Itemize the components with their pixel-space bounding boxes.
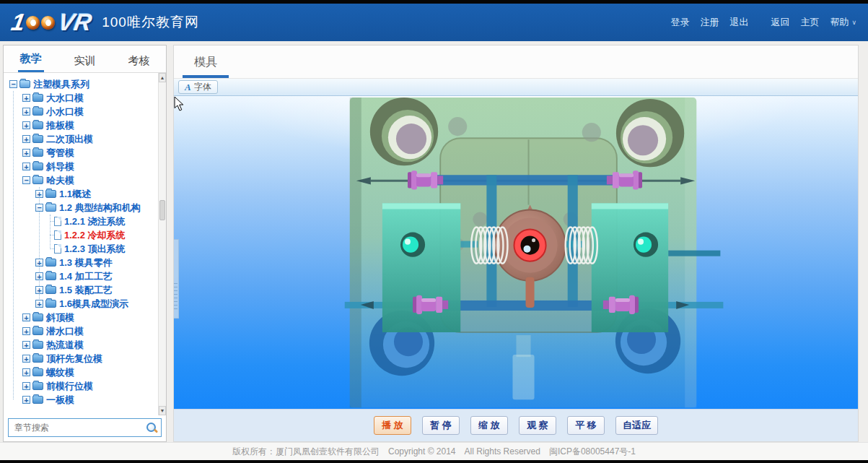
scroll-down-arrow[interactable]: ▼: [159, 406, 166, 415]
pause-button[interactable]: 暂 停: [422, 416, 460, 435]
chapter-tree: 注塑模具系列 大水口模 小水口模 推板模 二次顶出模 弯管模 斜导模 哈夫模 1…: [4, 73, 166, 415]
fit-view-button[interactable]: 自适应: [615, 416, 658, 435]
tree-item[interactable]: 小水口模: [4, 105, 166, 118]
tree-item[interactable]: 一板模: [4, 393, 166, 407]
expand-icon[interactable]: [22, 368, 30, 376]
open-folder-icon: [32, 176, 43, 184]
folder-icon: [32, 108, 43, 116]
expand-icon[interactable]: [35, 190, 43, 198]
collapse-icon[interactable]: [35, 204, 43, 212]
tree-item[interactable]: 斜导模: [4, 160, 166, 173]
tree-item-selected[interactable]: 1.2.2 冷却系统: [4, 228, 166, 242]
play-button[interactable]: 播 放: [374, 416, 411, 435]
nav-login-link[interactable]: 登录: [670, 16, 689, 29]
nav-register-link[interactable]: 注册: [700, 16, 719, 29]
expand-icon[interactable]: [22, 108, 30, 116]
expand-icon[interactable]: [22, 135, 30, 143]
nav-home-link[interactable]: 主页: [800, 16, 819, 29]
site-title: 100唯尔教育网: [102, 13, 199, 32]
tab-training[interactable]: 实训: [58, 46, 112, 72]
folder-icon: [32, 382, 43, 390]
tree-item[interactable]: 1.2.1 浇注系统: [4, 215, 166, 228]
scroll-up-arrow[interactable]: ▲: [159, 73, 166, 82]
folder-icon: [45, 300, 56, 308]
document-icon: [54, 230, 61, 240]
tree-item[interactable]: 推板模: [4, 118, 166, 132]
tree-item[interactable]: 1.2.3 顶出系统: [4, 242, 166, 256]
expand-icon[interactable]: [22, 341, 30, 349]
expand-icon[interactable]: [22, 149, 30, 157]
site-header: 1 VR 100唯尔教育网 登录 注册 退出 返回 主页 帮助∨: [0, 4, 868, 41]
expand-icon[interactable]: [35, 286, 43, 294]
expand-icon[interactable]: [22, 163, 30, 170]
tab-assessment[interactable]: 考核: [112, 46, 166, 72]
chapter-search-input[interactable]: [14, 423, 146, 433]
main-tabbar: 模具: [174, 46, 858, 79]
sidebar-tabbar: 教学 实训 考核: [4, 46, 166, 73]
tree-item[interactable]: 斜顶模: [4, 311, 166, 324]
collapse-icon[interactable]: [22, 176, 30, 184]
viewer-splitter-handle[interactable]: [174, 239, 179, 319]
logo-eye-icon: [41, 16, 55, 30]
expand-icon[interactable]: [22, 355, 30, 363]
folder-icon: [32, 368, 43, 376]
tree-item[interactable]: 顶杆先复位模: [4, 352, 166, 365]
tree-item[interactable]: 弯管模: [4, 146, 166, 160]
tree-item[interactable]: 潜水口模: [4, 324, 166, 338]
scrollbar-thumb[interactable]: [159, 200, 165, 220]
folder-icon: [45, 286, 56, 294]
expand-icon[interactable]: [22, 94, 30, 102]
expand-icon[interactable]: [35, 259, 43, 267]
tab-teaching[interactable]: 教学: [4, 46, 58, 72]
tree-scrollbar[interactable]: ▲ ▼: [158, 73, 166, 415]
tree-item[interactable]: 哈夫模: [4, 173, 166, 187]
tree-item-root[interactable]: 注塑模具系列: [4, 77, 166, 91]
expand-icon[interactable]: [35, 300, 43, 308]
site-logo[interactable]: 1 VR: [12, 9, 92, 36]
nav-help-link[interactable]: 帮助∨: [830, 16, 856, 29]
tree-item[interactable]: 1.2 典型结构和机构: [4, 201, 166, 215]
tree-item[interactable]: 1.1概述: [4, 187, 166, 201]
expand-icon[interactable]: [22, 121, 30, 129]
tree-item[interactable]: 1.4 加工工艺: [4, 269, 166, 283]
viewer-toolbar: A 字体: [174, 79, 858, 96]
app-window: 1 VR 100唯尔教育网 登录 注册 退出 返回 主页 帮助∨ 教学 实训 考…: [0, 0, 868, 463]
zoom-button[interactable]: 缩 放: [470, 416, 508, 435]
content-area: 教学 实训 考核 注塑模具系列 大水口模 小水口模 推板模 二次顶出模 弯管模 …: [0, 41, 868, 442]
expand-icon[interactable]: [22, 327, 30, 335]
3d-mold-viewer-canvas[interactable]: [174, 96, 858, 409]
guide-pin-hole: [370, 98, 438, 165]
mouse-cursor: [174, 96, 184, 111]
expand-icon[interactable]: [22, 313, 30, 321]
font-button[interactable]: A 字体: [178, 80, 218, 94]
pan-button[interactable]: 平 移: [567, 416, 605, 435]
folder-icon: [32, 135, 43, 143]
chapter-search-box: [8, 418, 162, 437]
expand-icon[interactable]: [22, 382, 30, 390]
letterbox-bottom: [0, 460, 868, 463]
tree-item[interactable]: 大水口模: [4, 91, 166, 105]
nav-logout-link[interactable]: 退出: [729, 16, 748, 29]
tree-item[interactable]: 1.6模具成型演示: [4, 297, 166, 311]
expand-icon[interactable]: [22, 396, 30, 404]
expand-icon[interactable]: [35, 272, 43, 280]
folder-icon: [45, 259, 56, 267]
tab-mold[interactable]: 模具: [183, 48, 229, 78]
tree-item[interactable]: 热流道模: [4, 338, 166, 352]
tree-item[interactable]: 螺纹模: [4, 365, 166, 379]
folder-icon: [32, 163, 43, 170]
tree-item[interactable]: 1.3 模具零件: [4, 256, 166, 269]
document-icon: [54, 217, 61, 226]
folder-icon: [32, 149, 43, 157]
font-icon: A: [185, 82, 191, 93]
tree-item[interactable]: 二次顶出模: [4, 132, 166, 146]
folder-icon: [32, 313, 43, 321]
search-icon[interactable]: [146, 422, 158, 434]
open-folder-icon: [45, 204, 56, 212]
observe-button[interactable]: 观 察: [519, 416, 556, 435]
nav-back-link[interactable]: 返回: [771, 16, 789, 29]
collapse-icon[interactable]: [9, 80, 17, 88]
tree-item[interactable]: 1.5 装配工艺: [4, 283, 166, 297]
tree-item[interactable]: 前模行位模: [4, 379, 166, 393]
course-sidebar: 教学 实训 考核 注塑模具系列 大水口模 小水口模 推板模 二次顶出模 弯管模 …: [3, 45, 167, 442]
